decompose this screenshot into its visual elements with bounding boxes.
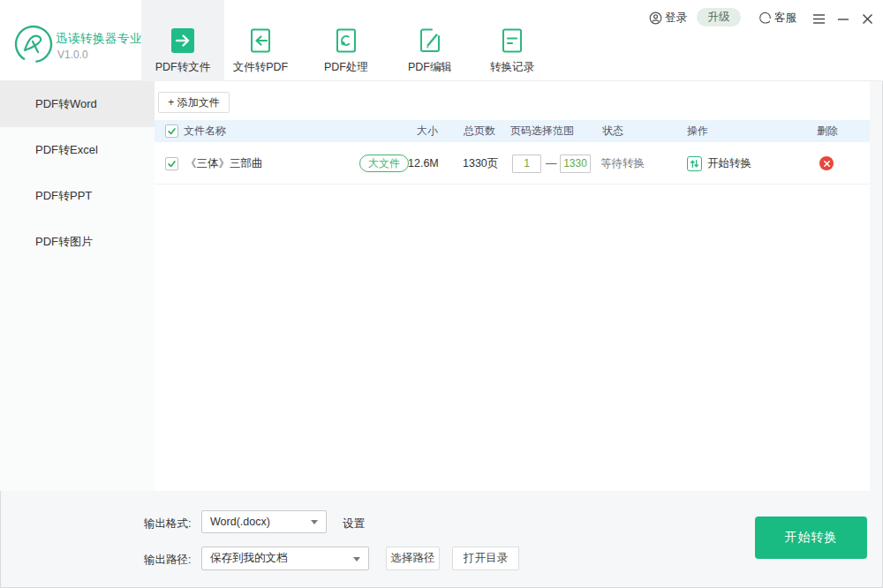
output-path-select[interactable]: 保存到我的文档 [201,547,369,570]
choose-path-button[interactable]: 选择路径 [386,547,440,570]
dropdown-caret-icon [311,520,318,524]
file-to-pdf-icon [248,27,273,54]
header: 迅读转换器专业版 V1.0.0 PDF转文件 文件转PDF [0,0,883,81]
settings-link[interactable]: 设置 [343,516,365,531]
tab-file-to-pdf[interactable]: 文件转PDF [219,0,302,81]
output-format-select[interactable]: Word(.docx) [201,510,327,533]
row-action[interactable]: 开始转换 [687,142,751,185]
range-from-cell [512,142,541,185]
range-to-input[interactable] [560,155,591,173]
col-header-action: 操作 [687,120,708,142]
row-checkbox-cell [165,142,178,185]
col-header-size: 大小 [417,120,438,142]
minimize-button[interactable] [835,11,851,26]
select-all-checkbox[interactable] [165,124,178,138]
app-version: V1.0.0 [57,49,88,61]
range-to-cell [560,142,591,185]
sidebar-item-pdf-to-image[interactable]: PDF转图片 [0,219,155,265]
file-pages: 1330页 [463,142,498,185]
pdf-process-icon [334,27,358,54]
output-format-value: Word(.docx) [210,516,270,528]
sidebar-item-label: PDF转PPT [35,189,92,202]
file-size: 12.6M [408,142,439,185]
add-file-button[interactable]: + 添加文件 [158,92,230,113]
big-file-badge: 大文件 [359,155,409,172]
app-window: 迅读转换器专业版 V1.0.0 PDF转文件 文件转PDF [0,0,883,588]
app-title: 迅读转换器专业版 [56,31,155,47]
dropdown-caret-icon [353,557,360,562]
menu-icon [812,13,826,25]
support-button[interactable]: 客服 [758,11,796,26]
delete-file-button[interactable] [819,156,834,170]
file-status: 等待转换 [600,142,645,185]
upgrade-button[interactable]: 升级 [697,8,741,26]
minimize-icon [837,13,849,25]
tab-pdf-edit[interactable]: PDF编辑 [389,0,472,81]
tab-label: PDF处理 [324,60,368,75]
table-header: 文件名称 大小 总页数 页码选择范围 状态 操作 删除 [155,120,870,142]
sidebar-item-pdf-to-excel[interactable]: PDF转Excel [0,127,155,173]
output-format-label: 输出格式: [144,516,191,531]
row-action-label: 开始转换 [707,156,751,171]
output-path-value: 保存到我的文档 [210,551,288,566]
file-badge-cell: 大文件 [359,142,409,185]
tab-pdf-to-file[interactable]: PDF转文件 [141,0,224,81]
col-header-range: 页码选择范围 [510,120,574,142]
convert-icon [687,156,702,171]
file-name: 《三体》三部曲 [185,142,263,185]
sidebar-item-label: PDF转Excel [35,143,98,156]
pdf-edit-icon [418,27,442,54]
row-delete-cell [819,142,834,185]
output-path-label: 输出路径: [144,553,191,568]
col-header-delete: 删除 [817,120,838,142]
tab-history[interactable]: 转换记录 [471,0,554,81]
menu-button[interactable] [811,11,826,26]
col-header-name: 文件名称 [184,120,226,142]
sidebar-item-pdf-to-word[interactable]: PDF转Word [0,81,155,127]
tab-label: PDF转文件 [155,60,211,75]
table-row: 《三体》三部曲 大文件 12.6M 1330页 — 等待转换 [155,142,870,185]
start-convert-button[interactable]: 开始转换 [755,516,867,559]
headset-icon [758,11,772,25]
col-header-pages: 总页数 [464,120,495,142]
support-label: 客服 [774,11,796,26]
close-icon [862,13,873,25]
tab-label: 文件转PDF [233,60,289,75]
app-logo-icon [13,24,54,64]
check-icon [167,126,177,136]
upgrade-label: 升级 [708,10,730,25]
sidebar: PDF转Word PDF转Excel PDF转PPT PDF转图片 [0,81,155,491]
pdf-to-file-icon [170,27,195,54]
row-checkbox[interactable] [165,157,178,170]
sidebar-item-label: PDF转Word [35,97,97,110]
sidebar-item-pdf-to-ppt[interactable]: PDF转PPT [0,173,155,219]
close-button[interactable] [859,11,875,26]
delete-x-icon [823,160,831,168]
col-header-status: 状态 [602,120,623,142]
range-from-input[interactable] [512,155,541,173]
check-icon [167,159,177,169]
login-button[interactable]: 登录 [649,11,687,26]
open-directory-button[interactable]: 打开目录 [452,547,519,570]
history-icon [500,27,525,54]
user-icon [649,11,662,25]
tab-label: 转换记录 [490,60,534,75]
range-separator: — [546,142,557,185]
sidebar-item-label: PDF转图片 [35,235,93,248]
tab-label: PDF编辑 [408,60,452,75]
tab-pdf-process[interactable]: PDF处理 [305,0,388,81]
file-list-panel: + 添加文件 文件名称 大小 总页数 页码选择范围 状态 操作 删除 [155,81,870,491]
login-label: 登录 [665,11,687,26]
